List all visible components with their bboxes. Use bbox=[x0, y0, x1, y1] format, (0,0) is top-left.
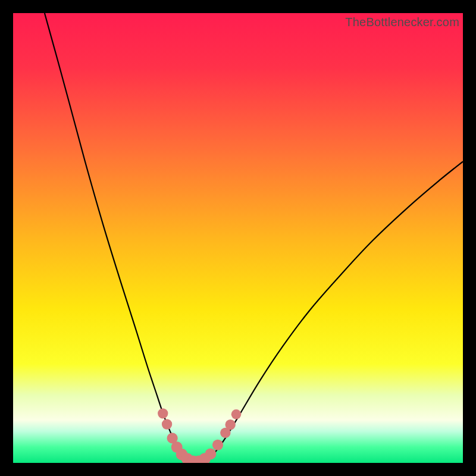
data-marker bbox=[231, 409, 242, 419]
curves-layer bbox=[13, 13, 463, 463]
data-marker bbox=[162, 419, 172, 429]
left-curve bbox=[45, 13, 198, 463]
chart-frame: TheBottlenecker.com bbox=[0, 0, 476, 476]
watermark-text: TheBottlenecker.com bbox=[345, 15, 459, 29]
data-marker bbox=[158, 408, 168, 418]
data-marker bbox=[212, 440, 223, 450]
plot-area bbox=[13, 13, 463, 463]
data-marker bbox=[225, 419, 235, 430]
data-marker bbox=[205, 448, 216, 459]
